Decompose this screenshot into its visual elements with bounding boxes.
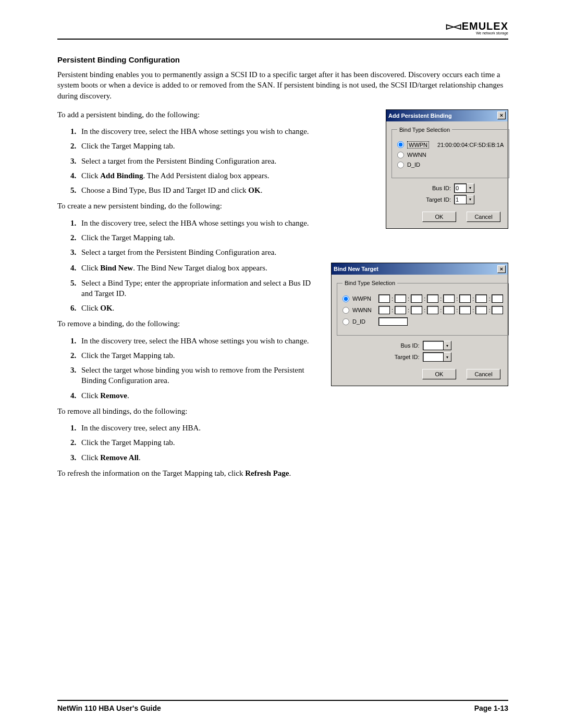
radio-did-label: D_ID <box>352 318 375 325</box>
bus-id-input[interactable] <box>454 183 467 193</box>
radio-wwpn-label: WWPN <box>407 141 429 149</box>
chevron-down-icon[interactable]: ▾ <box>467 183 474 193</box>
list-item: Click the Target Mapping tab. <box>78 232 508 243</box>
wwpn-inputs: : : : : : : : <box>378 294 503 303</box>
dialog-title: Add Persistent Binding <box>388 113 452 119</box>
list-item: Select a target from the Persistent Bind… <box>78 247 508 257</box>
chevron-down-icon[interactable]: ▾ <box>444 352 451 362</box>
section-title: Persistent Binding Configuration <box>57 55 508 64</box>
radio-wwnn-label: WWNN <box>407 152 426 158</box>
chevron-down-icon[interactable]: ▾ <box>467 195 474 204</box>
brand-logo: ▻◅EMULEX We network storage <box>446 20 508 35</box>
fieldset-legend: Bind Type Selection <box>397 127 452 133</box>
wwnn-inputs: : : : : : : : <box>378 306 503 314</box>
fieldset-legend: Bind Type Selection <box>342 280 397 286</box>
dialog-add-persistent-binding: Add Persistent Binding × Bind Type Selec… <box>386 109 508 229</box>
radio-wwnn-label: WWNN <box>352 307 375 313</box>
bus-id-input[interactable] <box>423 341 444 350</box>
target-id-input[interactable] <box>454 195 467 204</box>
dialog-bind-new-target: Bind New Target × Bind Type Selection WW… <box>331 263 508 386</box>
ok-button[interactable]: OK <box>422 369 456 379</box>
list-item: Click the Target Mapping tab. <box>78 437 508 448</box>
wwpn-value: 21:00:00:04:CF:5D:EB:1A <box>437 142 504 148</box>
footer-doc-title: NetWin 110 HBA User's Guide <box>57 704 161 712</box>
list-item: Click Remove. <box>78 390 508 401</box>
target-id-combo[interactable]: ▾ <box>454 195 474 204</box>
cancel-button[interactable]: Cancel <box>467 369 500 379</box>
chevron-down-icon[interactable]: ▾ <box>444 341 451 350</box>
logo-mark: ▻◅ <box>446 20 460 32</box>
ok-button[interactable]: OK <box>422 212 456 222</box>
target-id-label: Target ID: <box>388 354 420 360</box>
radio-wwnn[interactable] <box>397 152 404 158</box>
target-id-combo[interactable]: ▾ <box>423 352 451 362</box>
refresh-paragraph: To refresh the information on the Target… <box>57 468 508 478</box>
footer-page-number: Page 1-13 <box>474 704 508 712</box>
bus-id-label: Bus ID: <box>420 185 451 191</box>
radio-wwpn[interactable] <box>397 141 404 148</box>
close-icon[interactable]: × <box>497 265 506 273</box>
radio-wwpn[interactable] <box>342 295 349 302</box>
brand-name: EMULEX <box>462 20 508 32</box>
radio-did[interactable] <box>342 318 349 325</box>
cancel-button[interactable]: Cancel <box>467 212 500 222</box>
bus-id-label: Bus ID: <box>388 342 420 349</box>
close-icon[interactable]: × <box>497 112 506 119</box>
radio-did[interactable] <box>397 162 404 168</box>
radio-wwpn-label: WWPN <box>352 295 375 302</box>
radio-did-label: D_ID <box>407 162 420 168</box>
header-rule <box>57 39 508 40</box>
bus-id-combo[interactable]: ▾ <box>454 183 474 193</box>
target-id-input[interactable] <box>423 352 444 362</box>
radio-wwnn[interactable] <box>342 307 349 314</box>
bus-id-combo[interactable]: ▾ <box>423 341 451 350</box>
removeall-lead: To remove all bindings, do the following… <box>57 406 508 416</box>
did-input[interactable] <box>378 317 408 326</box>
list-item: Click Remove All. <box>78 452 508 463</box>
target-id-label: Target ID: <box>420 196 451 203</box>
intro-paragraph: Persistent binding enables you to perman… <box>57 69 508 101</box>
dialog-title: Bind New Target <box>334 266 378 272</box>
list-item: In the discovery tree, select any HBA. <box>78 423 508 433</box>
footer-rule <box>57 700 508 701</box>
